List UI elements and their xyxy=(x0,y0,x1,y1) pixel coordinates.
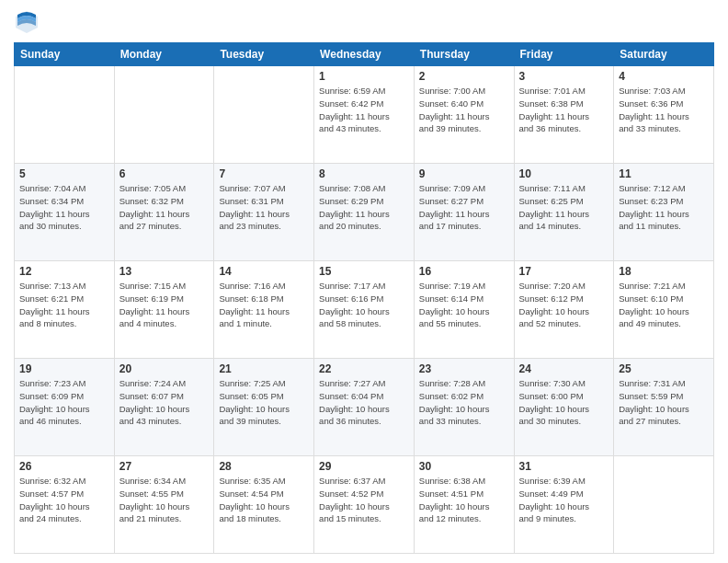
day-info: Sunrise: 7:08 AM Sunset: 6:29 PM Dayligh… xyxy=(319,182,409,233)
day-info: Sunrise: 7:00 AM Sunset: 6:40 PM Dayligh… xyxy=(419,85,509,135)
day-number: 20 xyxy=(119,362,210,375)
week-row-3: 12Sunrise: 7:13 AM Sunset: 6:21 PM Dayli… xyxy=(15,261,714,359)
day-info: Sunrise: 7:03 AM Sunset: 6:36 PM Dayligh… xyxy=(619,85,709,135)
logo xyxy=(14,9,41,35)
calendar-cell: 28Sunrise: 6:35 AM Sunset: 4:54 PM Dayli… xyxy=(214,456,314,554)
calendar-cell: 11Sunrise: 7:12 AM Sunset: 6:23 PM Dayli… xyxy=(614,164,714,261)
day-info: Sunrise: 7:04 AM Sunset: 6:34 PM Dayligh… xyxy=(19,182,109,233)
calendar: SundayMondayTuesdayWednesdayThursdayFrid… xyxy=(14,42,714,554)
calendar-body: 1Sunrise: 6:59 AM Sunset: 6:42 PM Daylig… xyxy=(15,66,714,554)
day-number: 2 xyxy=(419,70,509,83)
day-info: Sunrise: 7:17 AM Sunset: 6:16 PM Dayligh… xyxy=(319,280,409,330)
day-number: 24 xyxy=(519,362,609,375)
day-number: 11 xyxy=(619,167,709,180)
page: SundayMondayTuesdayWednesdayThursdayFrid… xyxy=(0,0,728,563)
calendar-cell: 18Sunrise: 7:21 AM Sunset: 6:10 PM Dayli… xyxy=(614,261,714,359)
day-number: 21 xyxy=(219,362,309,375)
day-info: Sunrise: 6:39 AM Sunset: 4:49 PM Dayligh… xyxy=(519,475,609,525)
calendar-cell: 13Sunrise: 7:15 AM Sunset: 6:19 PM Dayli… xyxy=(114,261,214,359)
weekday-header-wednesday: Wednesday xyxy=(314,43,415,66)
calendar-cell: 16Sunrise: 7:19 AM Sunset: 6:14 PM Dayli… xyxy=(414,261,514,359)
calendar-cell: 14Sunrise: 7:16 AM Sunset: 6:18 PM Dayli… xyxy=(214,261,314,359)
day-number: 6 xyxy=(119,167,210,180)
day-number: 14 xyxy=(219,265,309,278)
calendar-cell: 3Sunrise: 7:01 AM Sunset: 6:38 PM Daylig… xyxy=(514,66,614,164)
day-info: Sunrise: 7:19 AM Sunset: 6:14 PM Dayligh… xyxy=(419,280,509,330)
calendar-cell: 22Sunrise: 7:27 AM Sunset: 6:04 PM Dayli… xyxy=(314,359,415,456)
day-number: 12 xyxy=(19,265,109,278)
weekday-row: SundayMondayTuesdayWednesdayThursdayFrid… xyxy=(15,43,714,66)
day-number: 31 xyxy=(519,460,609,473)
day-info: Sunrise: 7:11 AM Sunset: 6:25 PM Dayligh… xyxy=(519,182,609,233)
week-row-2: 5Sunrise: 7:04 AM Sunset: 6:34 PM Daylig… xyxy=(15,164,714,261)
day-info: Sunrise: 6:59 AM Sunset: 6:42 PM Dayligh… xyxy=(319,85,409,135)
day-number: 16 xyxy=(419,265,509,278)
calendar-cell: 7Sunrise: 7:07 AM Sunset: 6:31 PM Daylig… xyxy=(214,164,314,261)
day-number: 30 xyxy=(419,460,509,473)
day-number: 10 xyxy=(519,167,609,180)
day-info: Sunrise: 7:12 AM Sunset: 6:23 PM Dayligh… xyxy=(619,182,709,233)
calendar-cell: 20Sunrise: 7:24 AM Sunset: 6:07 PM Dayli… xyxy=(114,359,214,456)
day-number: 5 xyxy=(19,167,109,180)
weekday-header-thursday: Thursday xyxy=(414,43,514,66)
day-info: Sunrise: 6:34 AM Sunset: 4:55 PM Dayligh… xyxy=(119,475,210,525)
day-number: 7 xyxy=(219,167,309,180)
day-number: 17 xyxy=(519,265,609,278)
day-info: Sunrise: 7:25 AM Sunset: 6:05 PM Dayligh… xyxy=(219,377,309,428)
week-row-5: 26Sunrise: 6:32 AM Sunset: 4:57 PM Dayli… xyxy=(15,456,714,554)
weekday-header-sunday: Sunday xyxy=(15,43,115,66)
calendar-cell xyxy=(214,66,314,164)
day-info: Sunrise: 6:37 AM Sunset: 4:52 PM Dayligh… xyxy=(319,475,409,525)
calendar-cell: 24Sunrise: 7:30 AM Sunset: 6:00 PM Dayli… xyxy=(514,359,614,456)
day-info: Sunrise: 7:20 AM Sunset: 6:12 PM Dayligh… xyxy=(519,280,609,330)
calendar-cell: 1Sunrise: 6:59 AM Sunset: 6:42 PM Daylig… xyxy=(314,66,415,164)
day-info: Sunrise: 7:31 AM Sunset: 5:59 PM Dayligh… xyxy=(619,377,709,428)
calendar-cell: 10Sunrise: 7:11 AM Sunset: 6:25 PM Dayli… xyxy=(514,164,614,261)
day-number: 23 xyxy=(419,362,509,375)
day-number: 27 xyxy=(119,460,210,473)
day-number: 29 xyxy=(319,460,409,473)
day-number: 28 xyxy=(219,460,309,473)
calendar-cell xyxy=(15,66,115,164)
calendar-cell: 9Sunrise: 7:09 AM Sunset: 6:27 PM Daylig… xyxy=(414,164,514,261)
day-info: Sunrise: 7:05 AM Sunset: 6:32 PM Dayligh… xyxy=(119,182,210,233)
week-row-4: 19Sunrise: 7:23 AM Sunset: 6:09 PM Dayli… xyxy=(15,359,714,456)
day-info: Sunrise: 7:01 AM Sunset: 6:38 PM Dayligh… xyxy=(519,85,609,135)
day-info: Sunrise: 7:09 AM Sunset: 6:27 PM Dayligh… xyxy=(419,182,509,233)
day-info: Sunrise: 7:13 AM Sunset: 6:21 PM Dayligh… xyxy=(19,280,109,330)
header xyxy=(14,9,714,35)
day-info: Sunrise: 6:38 AM Sunset: 4:51 PM Dayligh… xyxy=(419,475,509,525)
day-number: 26 xyxy=(19,460,109,473)
calendar-cell: 31Sunrise: 6:39 AM Sunset: 4:49 PM Dayli… xyxy=(514,456,614,554)
day-number: 3 xyxy=(519,70,609,83)
calendar-cell: 27Sunrise: 6:34 AM Sunset: 4:55 PM Dayli… xyxy=(114,456,214,554)
day-info: Sunrise: 7:15 AM Sunset: 6:19 PM Dayligh… xyxy=(119,280,210,330)
day-number: 19 xyxy=(19,362,109,375)
day-info: Sunrise: 6:35 AM Sunset: 4:54 PM Dayligh… xyxy=(219,475,309,525)
calendar-cell: 4Sunrise: 7:03 AM Sunset: 6:36 PM Daylig… xyxy=(614,66,714,164)
day-info: Sunrise: 7:23 AM Sunset: 6:09 PM Dayligh… xyxy=(19,377,109,428)
calendar-cell: 29Sunrise: 6:37 AM Sunset: 4:52 PM Dayli… xyxy=(314,456,415,554)
calendar-cell: 21Sunrise: 7:25 AM Sunset: 6:05 PM Dayli… xyxy=(214,359,314,456)
calendar-cell: 15Sunrise: 7:17 AM Sunset: 6:16 PM Dayli… xyxy=(314,261,415,359)
day-number: 22 xyxy=(319,362,409,375)
calendar-cell: 2Sunrise: 7:00 AM Sunset: 6:40 PM Daylig… xyxy=(414,66,514,164)
day-info: Sunrise: 7:30 AM Sunset: 6:00 PM Dayligh… xyxy=(519,377,609,428)
weekday-header-monday: Monday xyxy=(114,43,214,66)
calendar-cell: 5Sunrise: 7:04 AM Sunset: 6:34 PM Daylig… xyxy=(15,164,115,261)
day-number: 9 xyxy=(419,167,509,180)
calendar-cell: 30Sunrise: 6:38 AM Sunset: 4:51 PM Dayli… xyxy=(414,456,514,554)
weekday-header-tuesday: Tuesday xyxy=(214,43,314,66)
day-info: Sunrise: 7:24 AM Sunset: 6:07 PM Dayligh… xyxy=(119,377,210,428)
calendar-cell: 25Sunrise: 7:31 AM Sunset: 5:59 PM Dayli… xyxy=(614,359,714,456)
calendar-cell: 17Sunrise: 7:20 AM Sunset: 6:12 PM Dayli… xyxy=(514,261,614,359)
day-number: 15 xyxy=(319,265,409,278)
weekday-header-saturday: Saturday xyxy=(614,43,714,66)
day-number: 25 xyxy=(619,362,709,375)
day-number: 1 xyxy=(319,70,409,83)
calendar-cell: 6Sunrise: 7:05 AM Sunset: 6:32 PM Daylig… xyxy=(114,164,214,261)
weekday-header-friday: Friday xyxy=(514,43,614,66)
calendar-cell xyxy=(614,456,714,554)
calendar-cell: 19Sunrise: 7:23 AM Sunset: 6:09 PM Dayli… xyxy=(15,359,115,456)
day-number: 8 xyxy=(319,167,409,180)
